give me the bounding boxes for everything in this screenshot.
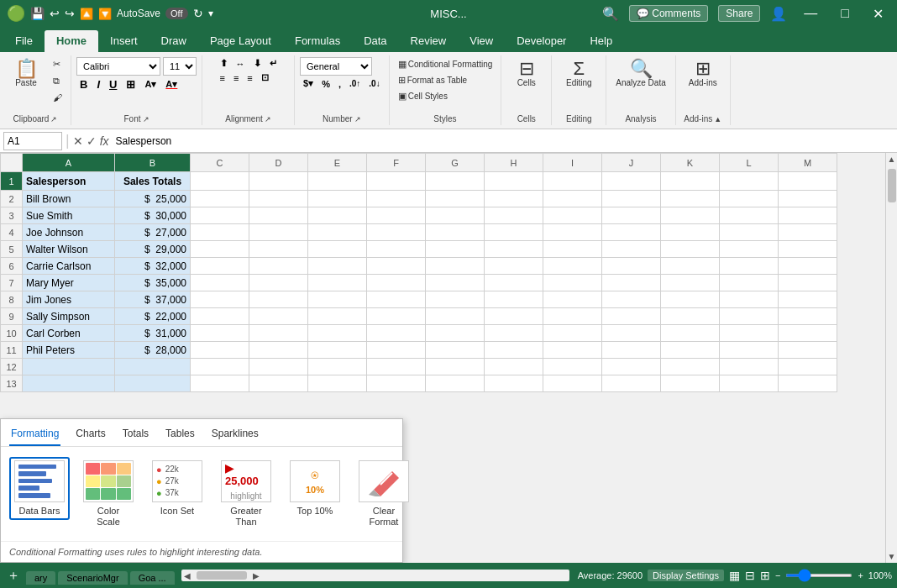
number-expand-icon[interactable]: ↗ [354, 115, 361, 123]
cell-b4[interactable]: $ 27,000 [115, 224, 191, 241]
col-header-k[interactable]: K [661, 154, 720, 172]
cell-reference-input[interactable] [3, 132, 62, 150]
editing-button[interactable]: Σ Editing [560, 57, 597, 91]
tab-help[interactable]: Help [578, 30, 624, 52]
col-header-i[interactable]: I [543, 154, 602, 172]
addins-button[interactable]: ⊞ Add-ins [685, 57, 721, 91]
comma-button[interactable]: , [335, 78, 344, 90]
col-header-h[interactable]: H [485, 154, 543, 172]
formula-input[interactable] [113, 134, 894, 149]
col-header-d[interactable]: D [249, 154, 308, 172]
zoom-slider[interactable] [785, 574, 852, 577]
autosave-toggle[interactable]: Off [165, 8, 187, 19]
align-center-button[interactable]: ≡ [230, 71, 242, 84]
page-layout-view-icon[interactable]: ⊟ [745, 569, 755, 582]
cell-a6[interactable]: Carrie Carlson [23, 258, 115, 275]
zoom-level[interactable]: 100% [868, 570, 892, 580]
cell-a12[interactable] [23, 359, 115, 375]
redo-icon[interactable]: ↪ [65, 7, 75, 20]
col-header-l[interactable]: L [720, 154, 779, 172]
cells-button[interactable]: ⊟ Cells [508, 57, 545, 91]
search-icon[interactable]: 🔍 [602, 6, 619, 22]
row-header-10[interactable]: 10 [1, 325, 23, 342]
cell-l1[interactable] [720, 172, 779, 191]
format-as-table-button[interactable]: ⊞ Format as Table [395, 73, 496, 87]
row-header-13[interactable]: 13 [1, 375, 23, 392]
page-break-view-icon[interactable]: ⊞ [760, 569, 770, 582]
tab-page-layout[interactable]: Page Layout [198, 30, 283, 52]
cell-c3[interactable] [191, 207, 249, 224]
row-header-12[interactable]: 12 [1, 359, 23, 375]
cell-k1[interactable] [661, 172, 720, 191]
row-header-5[interactable]: 5 [1, 241, 23, 258]
cell-e1[interactable] [308, 172, 367, 191]
display-settings-button[interactable]: Display Settings [648, 570, 724, 581]
col-header-b[interactable]: B [115, 154, 191, 172]
cell-h2[interactable] [485, 191, 543, 207]
col-header-m[interactable]: M [779, 154, 837, 172]
cell-a2[interactable]: Bill Brown [23, 191, 115, 207]
italic-button[interactable]: I [93, 77, 103, 92]
undo-icon[interactable]: ↩ [50, 7, 60, 20]
tab-home[interactable]: Home [45, 30, 98, 52]
cell-styles-button[interactable]: ▣ Cell Styles [395, 89, 496, 103]
tab-data[interactable]: Data [352, 30, 398, 52]
borders-button[interactable]: ⊞ [123, 77, 139, 92]
col-header-e[interactable]: E [308, 154, 367, 172]
tab-view[interactable]: View [458, 30, 505, 52]
font-name-select[interactable]: Calibri [76, 57, 160, 76]
scroll-up-arrow[interactable]: ▲ [886, 153, 897, 165]
scroll-left-arrow[interactable]: ◀ [181, 571, 193, 580]
confirm-formula-icon[interactable]: ✓ [87, 134, 97, 148]
h-scroll-thumb[interactable] [197, 571, 247, 580]
row-header-3[interactable]: 3 [1, 207, 23, 224]
cell-b13[interactable] [115, 375, 191, 392]
sheet-tab-ary[interactable]: ary [26, 571, 55, 585]
tab-file[interactable]: File [3, 30, 45, 52]
popup-item-data-bars[interactable]: Data Bars [9, 457, 70, 520]
col-header-g[interactable]: G [426, 154, 485, 172]
decrease-decimal-button[interactable]: .0↓ [365, 78, 383, 89]
font-color-button[interactable]: A▾ [162, 78, 181, 91]
quick-save-icon[interactable]: 💾 [30, 7, 45, 20]
conditional-formatting-button[interactable]: ▦ Conditional Formatting [395, 57, 496, 71]
comments-button[interactable]: 💬 Comments [629, 5, 708, 22]
number-format-select[interactable]: General [300, 57, 372, 76]
maximize-button[interactable]: □ [834, 6, 856, 21]
row-header-6[interactable]: 6 [1, 258, 23, 275]
popup-item-clear-format[interactable]: ClearFormat [354, 457, 414, 531]
merge-cells-button[interactable]: ⊡ [258, 71, 272, 84]
tab-review[interactable]: Review [399, 30, 459, 52]
tab-developer[interactable]: Developer [505, 30, 578, 52]
cell-g2[interactable] [426, 191, 485, 207]
cell-b7[interactable]: $ 35,000 [115, 275, 191, 291]
sort-az-icon[interactable]: 🔼 [80, 8, 93, 20]
wrap-text-button[interactable]: ↵ [266, 57, 281, 70]
row-header-8[interactable]: 8 [1, 291, 23, 308]
align-right-button[interactable]: ≡ [244, 71, 255, 84]
cell-j2[interactable] [602, 191, 661, 207]
col-header-f[interactable]: F [367, 154, 426, 172]
cell-a7[interactable]: Mary Myer [23, 275, 115, 291]
cell-a11[interactable]: Phil Peters [23, 342, 115, 359]
popup-tab-formatting[interactable]: Formatting [9, 424, 60, 446]
increase-decimal-button[interactable]: .0↑ [346, 78, 364, 89]
close-button[interactable]: ✕ [866, 6, 890, 22]
cell-i2[interactable] [543, 191, 602, 207]
cell-k2[interactable] [661, 191, 720, 207]
cell-a5[interactable]: Walter Wilson [23, 241, 115, 258]
minimize-button[interactable]: — [797, 6, 824, 21]
scroll-down-arrow[interactable]: ▼ [886, 550, 897, 563]
cell-a8[interactable]: Jim Jones [23, 291, 115, 308]
col-header-j[interactable]: J [602, 154, 661, 172]
cell-b5[interactable]: $ 29,000 [115, 241, 191, 258]
cell-d2[interactable] [249, 191, 308, 207]
align-left-button[interactable]: ≡ [217, 71, 228, 84]
col-header-a[interactable]: A [23, 154, 115, 172]
cell-b8[interactable]: $ 37,000 [115, 291, 191, 308]
popup-tab-tables[interactable]: Tables [164, 424, 197, 446]
cell-a3[interactable]: Sue Smith [23, 207, 115, 224]
align-top-button[interactable]: ⬆ [217, 57, 231, 70]
customize-icon[interactable]: ▾ [208, 8, 213, 19]
align-middle-button[interactable]: ↔ [233, 57, 249, 70]
